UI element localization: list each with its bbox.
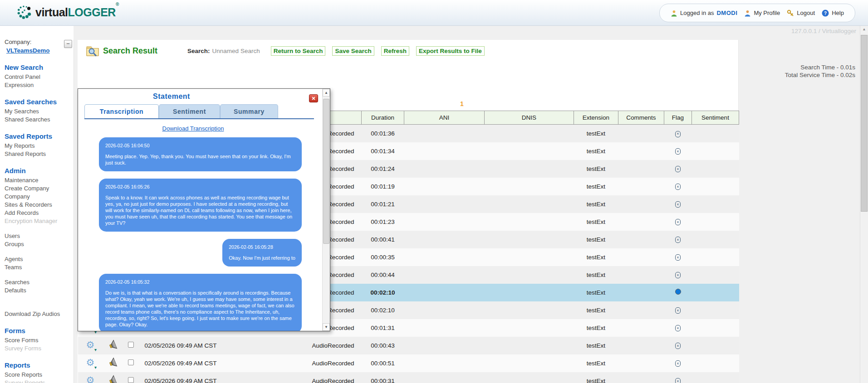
- row-checkbox-cell: [124, 372, 138, 383]
- sidebar-item-create-company[interactable]: Create Company: [5, 185, 72, 192]
- flag-outline-icon[interactable]: ×: [675, 272, 681, 278]
- table-row[interactable]: ⚙▾ 02/05/2026 09:49 AM CST AudioRecorded…: [78, 372, 739, 383]
- row-actions-gear-icon[interactable]: ⚙▾: [85, 375, 96, 383]
- speaker-icon[interactable]: [108, 357, 118, 368]
- speaker-icon[interactable]: [108, 375, 118, 383]
- row-comments: [618, 231, 664, 248]
- search-name-display: Search:Unnamed Search: [187, 48, 260, 54]
- sidebar-item-maintenance[interactable]: Maintenance: [5, 177, 72, 184]
- key-icon: [787, 10, 794, 17]
- flag-outline-icon[interactable]: ×: [675, 360, 681, 367]
- sidebar-item-my-reports[interactable]: My Reports: [5, 143, 72, 149]
- sidebar-item-control-panel[interactable]: Control Panel: [5, 74, 72, 80]
- sidebar-item-download-zip-audios[interactable]: Download Zip Audios: [5, 311, 72, 317]
- tab-summary[interactable]: Summary: [220, 104, 278, 118]
- row-duration: 00:01:24: [362, 160, 404, 178]
- return-to-search-button[interactable]: Return to Search: [271, 46, 326, 56]
- sidebar-item-searches[interactable]: Searches: [5, 279, 72, 286]
- sidebar-item-agents[interactable]: Agents: [5, 256, 72, 262]
- flag-outline-icon[interactable]: ×: [675, 131, 681, 137]
- flag-outline-icon[interactable]: ×: [675, 184, 681, 190]
- row-checkbox[interactable]: [128, 359, 134, 365]
- flag-outline-icon[interactable]: ×: [675, 219, 681, 225]
- bubble-timestamp: 2026-02-05 16:05:26: [105, 184, 295, 190]
- row-extension: testExt: [574, 319, 618, 337]
- table-row[interactable]: ⚙▾ 02/05/2026 09:49 AM CST AudioRecorded…: [78, 354, 739, 372]
- search-label: Search:: [187, 48, 210, 54]
- row-flag-cell: ×: [664, 195, 692, 213]
- row-checkbox[interactable]: [128, 377, 134, 383]
- server-info: 127.0.0.1 / Virtuallogger: [791, 28, 856, 34]
- sidebar-item-sites-recorders[interactable]: Sites & Recorders: [5, 202, 72, 208]
- sidebar-item-score-reports[interactable]: Score Reports: [5, 372, 72, 378]
- window-scroll-up-icon[interactable]: ▲: [860, 26, 868, 34]
- row-flag-cell: ×: [664, 125, 692, 142]
- export-results-to-file-button[interactable]: Export Results to File: [416, 46, 485, 56]
- row-sentiment: [692, 195, 739, 213]
- sidebar-section: Saved SearchesMy SearchesShared Searches: [5, 98, 72, 123]
- sidebar-item-shared-reports[interactable]: Shared Reports: [5, 151, 72, 157]
- modal-scrollbar-thumb[interactable]: [323, 99, 329, 244]
- flag-outline-icon[interactable]: ×: [675, 166, 681, 172]
- row-sentiment: [692, 213, 739, 231]
- row-duration: 00:00:51: [362, 354, 404, 372]
- refresh-button[interactable]: Refresh: [381, 46, 409, 56]
- page-number[interactable]: 1: [460, 100, 464, 107]
- flag-dot-icon[interactable]: [675, 289, 681, 295]
- logged-in-indicator[interactable]: Logged in as DMODI: [671, 10, 737, 17]
- modal-close-button[interactable]: ✕: [309, 94, 318, 102]
- speaker-icon[interactable]: [108, 339, 118, 350]
- row-dnis: [485, 160, 574, 178]
- my-profile-button[interactable]: My Profile: [744, 10, 780, 17]
- company-link[interactable]: VLTeamsDemo: [6, 47, 72, 54]
- logout-button[interactable]: Logout: [787, 10, 815, 17]
- company-label: Company:: [5, 39, 72, 45]
- sidebar-item-score-forms[interactable]: Score Forms: [5, 337, 72, 344]
- flag-outline-icon[interactable]: ×: [675, 378, 681, 383]
- sidebar-splitter[interactable]: [74, 40, 77, 383]
- modal-scroll-up-icon[interactable]: ▲: [323, 89, 330, 97]
- sidebar-item-teams[interactable]: Teams: [5, 264, 72, 271]
- sidebar-item-defaults[interactable]: Defaults: [5, 287, 72, 294]
- window-scrollbar-thumb[interactable]: [861, 35, 868, 212]
- sidebar-collapse-button[interactable]: −: [64, 40, 72, 48]
- row-actions-gear-icon[interactable]: ⚙▾: [85, 358, 96, 368]
- sidebar-item-groups[interactable]: Groups: [5, 241, 72, 247]
- row-checkbox[interactable]: [128, 342, 134, 348]
- flag-outline-icon[interactable]: ×: [675, 343, 681, 349]
- row-comments: [618, 372, 664, 383]
- row-actions-gear-icon[interactable]: ⚙▾: [85, 340, 96, 351]
- sidebar-item-expression[interactable]: Expression: [5, 82, 72, 88]
- table-row[interactable]: ⚙▾ 02/05/2026 09:49 AM CST AudioRecorded…: [78, 337, 739, 354]
- help-button[interactable]: ? Help: [822, 10, 844, 17]
- flag-outline-icon[interactable]: ×: [675, 201, 681, 208]
- sidebar-item-shared-searches[interactable]: Shared Searches: [5, 116, 72, 123]
- row-flag-cell: ×: [664, 354, 692, 372]
- sidebar-item-company[interactable]: Company: [5, 194, 72, 200]
- flag-outline-icon[interactable]: ×: [675, 325, 681, 331]
- search-value: Unnamed Search: [212, 48, 260, 54]
- flag-outline-icon[interactable]: ×: [675, 148, 681, 155]
- row-dnis: [485, 178, 574, 195]
- flag-outline-icon[interactable]: ×: [675, 307, 681, 314]
- row-dnis: [485, 142, 574, 160]
- window-scrollbar[interactable]: ▲: [860, 26, 868, 383]
- modal-scroll-down-icon[interactable]: ▼: [323, 323, 330, 331]
- bubble-text: Speak to a know. It can work across phon…: [105, 194, 295, 226]
- modal-scrollbar[interactable]: ▲ ▼: [322, 89, 330, 331]
- download-transcription-link[interactable]: Download Transcription: [84, 125, 302, 132]
- row-datetime: 02/05/2026 09:49 AM CST: [138, 372, 255, 383]
- tab-sentiment[interactable]: Sentiment: [159, 104, 220, 118]
- search-result-folder-icon: [86, 44, 99, 57]
- sidebar-item-my-searches[interactable]: My Searches: [5, 108, 72, 115]
- sidebar-section: Download Zip Audios: [5, 311, 72, 317]
- flag-outline-icon[interactable]: ×: [675, 254, 681, 261]
- sidebar-item-add-records[interactable]: Add Records: [5, 210, 72, 216]
- row-comments: [618, 248, 664, 266]
- save-search-button[interactable]: Save Search: [332, 46, 374, 56]
- sidebar-item-users[interactable]: Users: [5, 233, 72, 239]
- row-extension: testExt: [574, 142, 618, 160]
- tab-transcription[interactable]: Transcription: [84, 104, 159, 118]
- flag-outline-icon[interactable]: ×: [675, 237, 681, 243]
- profile-icon: [744, 10, 751, 17]
